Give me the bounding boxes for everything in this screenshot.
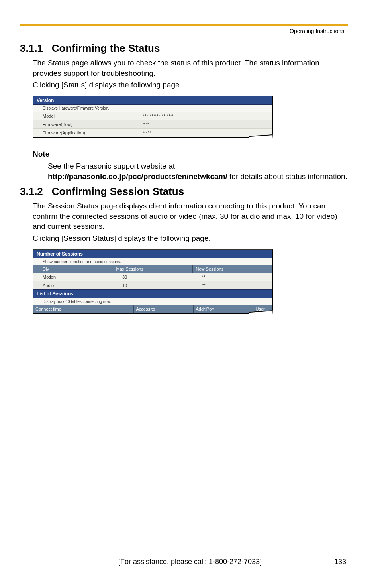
page-number: 133 [334, 558, 346, 566]
table-row: Firmware(Application) * *** [33, 128, 272, 137]
sess-row1-c2: 10 [113, 281, 192, 289]
list-sessions-table: Connect time Access to Addr:Port User [33, 305, 272, 313]
section-312-p2: Clicking [Session Status] displays the f… [33, 233, 348, 244]
table-row: Model ****************** [33, 112, 272, 120]
note-body: See the Panasonic support website at htt… [48, 161, 348, 181]
section-312-title: Confirming Session Status [52, 185, 184, 197]
sessions-screenshot: Number of Sessions Show number of motion… [33, 249, 273, 314]
table-row: Firmware(Boot) * ** [33, 120, 272, 128]
section-311-num: 3.1.1 [20, 42, 43, 55]
version-title-bar: Version [33, 96, 272, 105]
sess-row0-c3: ** [192, 273, 272, 281]
version-row1-value: * ** [133, 120, 272, 128]
section-312-p1: The Session Status page displays client … [33, 201, 348, 232]
note-heading: Note [33, 150, 348, 159]
hdr2-c4: User [253, 305, 272, 313]
hdr2-c3: Addr:Port [193, 305, 253, 313]
hdr-now: Now Sessions [192, 265, 272, 273]
footer-center: [For assistance, please call: 1-800-272-… [0, 558, 380, 566]
hdr-div: Div [33, 265, 113, 273]
section-312-heading: 3.1.2Confirming Session Status [20, 185, 348, 198]
note-pre: See the Panasonic support website at [48, 162, 175, 170]
table-row: Motion 30 ** [33, 273, 272, 281]
sess-row1-c3: ** [192, 281, 272, 289]
hdr-max: Max Sessions [113, 265, 192, 273]
table-row: Audio 10 ** [33, 281, 272, 289]
section-311-title: Confirming the Status [52, 42, 160, 54]
table-header-row: Div Max Sessions Now Sessions [33, 265, 272, 273]
note-url: http://panasonic.co.jp/pcc/products/en/n… [48, 172, 227, 181]
hdr2-c1: Connect time [33, 305, 133, 313]
version-row2-label: Firmware(Application) [33, 128, 133, 137]
version-row2-value: * *** [133, 128, 272, 137]
sess-row0-c1: Motion [33, 273, 113, 281]
version-screenshot: Version Displays Hardware/Firmware Versi… [33, 96, 273, 138]
sess-row0-c2: 30 [113, 273, 192, 281]
section-311-p2: Clicking [Status] displays the following… [33, 80, 348, 90]
section-311-p1: The Status page allows you to check the … [33, 58, 348, 78]
sess-row1-c1: Audio [33, 281, 113, 289]
number-sessions-table: Div Max Sessions Now Sessions Motion 30 … [33, 265, 272, 289]
number-sessions-title: Number of Sessions [33, 250, 272, 258]
number-sessions-desc: Show number of motion and audio sessions… [33, 258, 272, 265]
version-row0-value: ****************** [133, 112, 272, 120]
hdr2-c2: Access to [133, 305, 193, 313]
note-post: for details about status information. [227, 172, 347, 181]
version-row1-label: Firmware(Boot) [33, 120, 133, 128]
version-row0-label: Model [33, 112, 133, 120]
list-sessions-desc: Display max 40 tables connecting now. [33, 298, 272, 305]
header-right: Operating Instructions [20, 28, 348, 34]
table-header-row: Connect time Access to Addr:Port User [33, 305, 272, 313]
section-311-heading: 3.1.1Confirming the Status [20, 42, 348, 55]
section-312-num: 3.1.2 [20, 185, 43, 198]
version-table: Model ****************** Firmware(Boot) … [33, 112, 272, 137]
list-sessions-title: List of Sessions [33, 289, 272, 298]
version-desc: Displays Hardware/Firmware Version. [33, 105, 272, 112]
